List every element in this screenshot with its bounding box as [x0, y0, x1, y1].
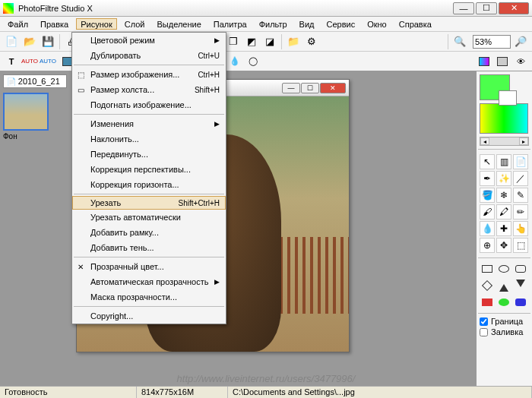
tool2-icon[interactable]: ◪ [261, 33, 278, 50]
menuitem[interactable]: Коррекция перспективы... [72, 162, 226, 177]
doc-maximize-button[interactable]: ☐ [301, 83, 319, 93]
menu-окно[interactable]: Окно [363, 18, 391, 30]
marker-tool-icon[interactable]: ✏ [513, 204, 528, 220]
menuitem[interactable]: Подогнать изображение... [72, 97, 226, 112]
triangle2-shape-icon[interactable] [513, 278, 528, 293]
menu-сервис[interactable]: Сервис [322, 18, 360, 30]
drop-icon[interactable]: 💧 [226, 53, 243, 70]
auto-red-icon[interactable]: AUTO [21, 53, 38, 70]
triangle-shape-icon[interactable] [496, 278, 511, 293]
menuitem-shortcut: Ctrl+H [198, 71, 220, 79]
new-icon[interactable]: 📄 [3, 33, 20, 50]
auto-icon[interactable]: ⚙ [303, 33, 320, 50]
menu-выделение[interactable]: Выделение [152, 18, 205, 30]
browse-icon[interactable]: 📁 [285, 33, 302, 50]
menuitem[interactable]: ▭Размер холста...Shift+H [72, 82, 226, 97]
save-icon[interactable]: 💾 [40, 33, 56, 50]
move-tool-icon[interactable]: ✥ [496, 238, 511, 253]
text-icon[interactable]: T [3, 53, 20, 70]
pal1-icon[interactable] [476, 53, 492, 70]
border-checkbox[interactable]: Граница [480, 317, 529, 326]
menu-справка[interactable]: Справка [394, 18, 436, 30]
ellipse-fill-shape-icon[interactable] [496, 295, 511, 310]
bucket-tool-icon[interactable]: 🪣 [480, 188, 495, 203]
menu-фильтр[interactable]: Фильтр [255, 18, 292, 30]
menuitem[interactable]: Наклонить... [72, 131, 226, 147]
menuitem[interactable]: Маска прозрачности... [72, 289, 226, 305]
color-picker-gradient[interactable] [480, 103, 528, 134]
menuitem[interactable]: ⬚Размер изображения...Ctrl+H [72, 67, 226, 82]
maximize-button[interactable]: ☐ [476, 2, 497, 14]
zoom-input[interactable] [473, 35, 511, 49]
brush2-tool-icon[interactable]: 🖍 [496, 204, 511, 220]
menu-правка[interactable]: Правка [36, 18, 73, 30]
hue-scrollbar[interactable]: ◂▸ [480, 137, 529, 146]
layer-thumbnail[interactable] [3, 93, 49, 131]
pointer-tool-icon[interactable]: ↖ [480, 154, 495, 169]
scroll-left-icon[interactable]: ◂ [480, 137, 489, 145]
scroll-right-icon[interactable]: ▸ [519, 137, 528, 145]
circle-icon[interactable]: ◯ [245, 53, 261, 70]
line-tool-icon[interactable]: ／ [513, 171, 528, 186]
ellipse-shape-icon[interactable] [496, 261, 511, 276]
menuitem[interactable]: Изменения▶ [72, 116, 226, 131]
menuitem[interactable]: ДублироватьCtrl+U [72, 48, 226, 63]
stamp-tool-icon[interactable]: ⊕ [480, 238, 495, 253]
diamond-shape-icon[interactable] [480, 278, 495, 293]
menu-файл[interactable]: Файл [3, 18, 33, 30]
rect-fill-shape-icon[interactable] [480, 295, 495, 310]
smudge-tool-icon[interactable]: 👆 [513, 221, 528, 236]
doc-tool-icon[interactable]: 📄 [513, 154, 528, 169]
zoom-out-icon[interactable]: 🔍 [451, 33, 468, 50]
roundrect-shape-icon[interactable] [513, 261, 528, 276]
close-button[interactable]: ✕ [499, 2, 529, 14]
menuitem[interactable]: Добавить рамку... [72, 225, 226, 240]
pal2-icon[interactable] [494, 53, 511, 70]
menu-рисунок[interactable]: Рисунок [76, 18, 117, 30]
clone-tool-icon[interactable]: ✚ [496, 221, 511, 236]
layers-icon[interactable]: ❐ [225, 33, 242, 50]
menuitem-icon: ▭ [75, 84, 86, 95]
page-tool-icon[interactable]: ▥ [496, 154, 511, 169]
fill-checkbox[interactable]: Заливка [480, 327, 529, 336]
wand-tool-icon[interactable]: ✨ [496, 171, 511, 186]
menuitem-label: Передвинуть... [90, 150, 148, 159]
blur-tool-icon[interactable]: 💧 [480, 221, 495, 236]
menuitem[interactable]: Автоматическая прозрачность▶ [72, 274, 226, 289]
rect-shape-icon[interactable] [480, 261, 495, 276]
eye-icon[interactable]: 👁 [512, 53, 529, 70]
tool-icon[interactable]: ◩ [243, 33, 260, 50]
menuitem-label: Прозрачный цвет... [90, 262, 164, 271]
status-path: C:\Documents and Settings\...jpg [228, 387, 532, 398]
menuitem[interactable]: Коррекция горизонта... [72, 177, 226, 192]
open-icon[interactable]: 📂 [21, 33, 38, 50]
eyedropper-tool-icon[interactable]: ✒ [480, 171, 495, 186]
menuitem-label: Подогнать изображение... [90, 100, 192, 109]
menuitem[interactable]: Добавить тень... [72, 240, 226, 255]
submenu-arrow-icon: ▶ [214, 36, 220, 44]
roundrect-fill-shape-icon[interactable] [513, 295, 528, 310]
crop-tool-icon[interactable]: ⬚ [513, 238, 528, 253]
menu-палитра[interactable]: Палитра [209, 18, 252, 30]
zoom-in-icon[interactable]: 🔎 [512, 33, 529, 50]
auto-blue-icon[interactable]: AUTO [40, 53, 56, 70]
menuitem-label: Copyright... [90, 311, 133, 321]
menuitem[interactable]: Copyright... [72, 308, 226, 324]
doc-close-button[interactable]: ✕ [320, 83, 346, 93]
document-tab[interactable]: 📄 2010_6_21 [3, 74, 67, 88]
menu-слой[interactable]: Слой [120, 18, 150, 30]
menu-вид[interactable]: Вид [295, 18, 319, 30]
menuitem[interactable]: Передвинуть... [72, 147, 226, 162]
minimize-button[interactable]: — [453, 2, 474, 14]
doc-minimize-button[interactable]: — [282, 83, 300, 93]
menuitem[interactable]: Урезать автоматически [72, 210, 226, 225]
menuitem[interactable]: Цветовой режим▶ [72, 33, 226, 48]
menuitem[interactable]: ✕Прозрачный цвет... [72, 259, 226, 274]
foreground-color-swatch[interactable] [480, 74, 510, 100]
pencil-tool-icon[interactable]: ✎ [513, 188, 528, 203]
brush-tool-icon[interactable]: 🖌 [480, 204, 495, 220]
menuitem-label: Автоматическая прозрачность [90, 277, 208, 286]
spray-tool-icon[interactable]: ❄ [496, 188, 511, 203]
menuitem-label: Урезать автоматически [90, 213, 181, 222]
menuitem[interactable]: УрезатьShift+Ctrl+H [72, 196, 226, 210]
